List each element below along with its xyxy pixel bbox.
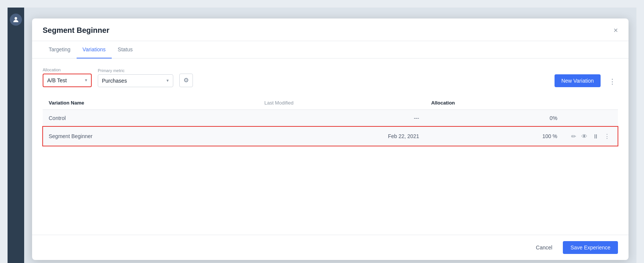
allocation-select[interactable]: A/B Test Multi-Variate Single (43, 74, 92, 87)
row-more-button[interactable]: ⋮ (602, 132, 612, 141)
th-allocation: Allocation (425, 96, 563, 110)
modal: Segment Beginner × Targeting Variations … (32, 18, 629, 260)
table-row-control: Control --- 0% (43, 109, 618, 126)
table-row-segment-beginner: Segment Beginner Feb 22, 2021 100 % ✏ 👁 (43, 126, 618, 146)
th-actions (563, 96, 618, 110)
modal-footer: Cancel Save Experience (32, 235, 629, 260)
pause-button[interactable]: ⏸ (591, 132, 601, 141)
gear-button[interactable]: ⚙ (179, 74, 193, 87)
sidebar (8, 8, 24, 263)
cancel-button[interactable]: Cancel (530, 241, 559, 254)
svg-point-0 (15, 17, 17, 20)
allocation-select-wrapper: A/B Test Multi-Variate Single ▼ (43, 74, 92, 87)
primary-metric-label: Primary metric (98, 68, 173, 73)
allocation-label: Allocation (43, 68, 92, 72)
row-more-icon: ⋮ (604, 133, 610, 140)
page-wrapper: + + Segment Beginner × Targeting Variati… (8, 8, 636, 263)
tab-variations[interactable]: Variations (77, 41, 112, 58)
tab-targeting[interactable]: Targeting (43, 41, 77, 58)
row-sb-name: Segment Beginner (43, 126, 258, 146)
edit-button[interactable]: ✏ (569, 132, 578, 141)
modal-header: Segment Beginner × (32, 18, 629, 41)
save-experience-button[interactable]: Save Experience (563, 241, 618, 254)
pause-icon: ⏸ (593, 133, 599, 140)
modal-title: Segment Beginner (43, 26, 109, 41)
new-variation-button[interactable]: New Variation (555, 74, 601, 87)
preview-button[interactable]: 👁 (579, 132, 589, 141)
th-variation-name: Variation Name (43, 96, 258, 110)
row-control-name: Control (43, 109, 258, 126)
row-control-allocation: 0% (425, 109, 563, 126)
primary-metric-select[interactable]: Purchases (98, 74, 173, 87)
row-sb-allocation: 100 % (425, 126, 563, 146)
allocation-field: Allocation A/B Test Multi-Variate Single… (43, 68, 92, 87)
primary-metric-field: Primary metric Purchases ▼ (98, 68, 173, 87)
tab-status[interactable]: Status (112, 41, 139, 58)
avatar-icon[interactable] (10, 14, 22, 26)
controls-row: Allocation A/B Test Multi-Variate Single… (43, 68, 618, 87)
table-header: Variation Name Last Modified Allocation (43, 96, 618, 110)
row-control-last-modified: --- (258, 109, 425, 126)
th-last-modified: Last Modified (258, 96, 425, 110)
row-sb-last-modified: Feb 22, 2021 (258, 126, 425, 146)
modal-body: Allocation A/B Test Multi-Variate Single… (32, 58, 629, 235)
eye-icon: 👁 (581, 133, 587, 140)
more-options-button[interactable]: ⋮ (607, 76, 618, 87)
variations-table: Variation Name Last Modified Allocation … (43, 96, 618, 146)
edit-icon: ✏ (571, 133, 576, 140)
close-button[interactable]: × (613, 26, 618, 40)
row-sb-actions: ✏ 👁 ⏸ ⋮ (563, 126, 618, 146)
tabs-container: Targeting Variations Status (32, 41, 629, 58)
row-control-actions (563, 109, 618, 126)
gear-icon: ⚙ (183, 77, 189, 84)
primary-metric-select-wrapper: Purchases ▼ (98, 74, 173, 87)
